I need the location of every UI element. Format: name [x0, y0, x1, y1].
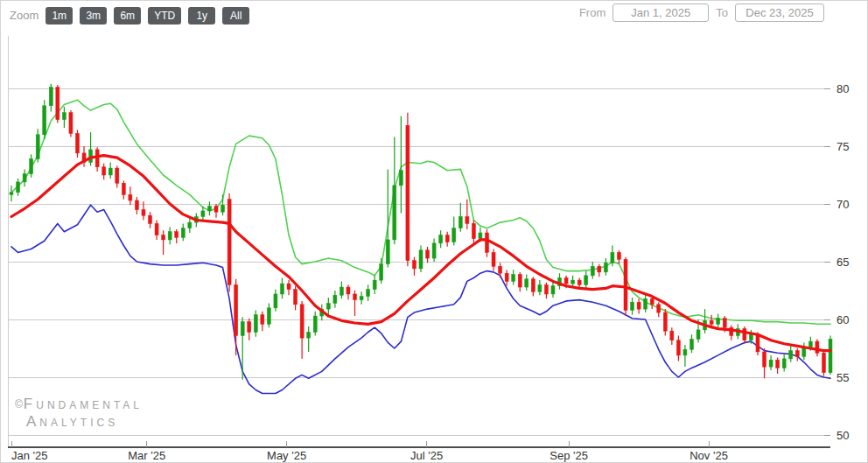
- candle-up: [207, 207, 211, 211]
- candle-up: [23, 174, 26, 182]
- candle-up: [89, 150, 93, 163]
- candle-down: [294, 290, 298, 305]
- stock-chart-window: Zoom 1m3m6mYTD1yAll From To 505560657075…: [0, 0, 868, 463]
- candle-up: [221, 205, 225, 212]
- candle-down: [412, 261, 416, 269]
- candle-down: [763, 352, 766, 367]
- candle-down: [795, 351, 799, 357]
- candle-down: [723, 319, 726, 328]
- candle-up: [43, 106, 46, 135]
- x-axis-label: May '25: [267, 449, 306, 462]
- candle-up: [307, 333, 311, 339]
- candle-up: [644, 298, 648, 309]
- candle-down: [116, 168, 119, 183]
- candle-down: [466, 217, 469, 224]
- candle-down: [426, 250, 430, 258]
- candle-down: [743, 329, 746, 340]
- candle-down: [617, 252, 620, 259]
- candle-down: [155, 223, 158, 235]
- zoom-button-1y[interactable]: 1y: [188, 7, 215, 25]
- candle-down: [287, 284, 290, 290]
- candle-up: [458, 217, 462, 228]
- candle-down: [485, 233, 488, 252]
- candle-down: [564, 277, 568, 284]
- candle-down: [670, 331, 674, 340]
- to-date-input[interactable]: [735, 4, 824, 22]
- x-axis-label: Nov '25: [690, 449, 728, 462]
- zoom-button-ytd[interactable]: YTD: [148, 7, 181, 25]
- candle-up: [326, 304, 330, 310]
- from-label: From: [579, 6, 606, 19]
- zoom-button-1m[interactable]: 1m: [46, 7, 73, 25]
- candle-up: [829, 339, 832, 372]
- candle-up: [168, 232, 172, 240]
- candle-down: [822, 353, 825, 372]
- candle-up: [690, 339, 693, 349]
- candle-down: [657, 305, 661, 312]
- candle-up: [17, 182, 20, 193]
- x-axis-label: Mar '25: [128, 449, 165, 462]
- copyright-icon: ©: [15, 396, 24, 413]
- candle-down: [261, 315, 264, 325]
- candle-down: [122, 183, 125, 194]
- candle-down: [214, 207, 218, 213]
- candle-up: [10, 193, 13, 195]
- candle-up: [782, 359, 786, 368]
- candle-up: [611, 252, 614, 263]
- candle-up: [584, 276, 588, 285]
- candle-down: [531, 279, 535, 292]
- candle-up: [313, 316, 317, 332]
- zoom-button-6m[interactable]: 6m: [114, 7, 141, 25]
- candle-down: [624, 259, 627, 310]
- candle-up: [696, 330, 700, 340]
- from-date-input[interactable]: [612, 4, 709, 22]
- candle-up: [717, 319, 720, 325]
- candle-down: [129, 194, 132, 200]
- candle-up: [201, 211, 205, 217]
- candle-up: [419, 250, 423, 269]
- candle-up: [36, 135, 39, 159]
- candle-down: [544, 284, 548, 294]
- candle-up: [274, 294, 277, 308]
- watermark: © Fundamental Analytics: [15, 396, 143, 431]
- candle-down: [300, 305, 304, 338]
- zoom-button-all[interactable]: All: [222, 7, 249, 25]
- candle-up: [254, 315, 257, 333]
- candle-up: [591, 266, 594, 276]
- x-axis-label: Jul '25: [410, 449, 443, 462]
- candle-down: [776, 360, 780, 368]
- candle-down: [69, 113, 73, 134]
- candle-down: [492, 252, 495, 266]
- candle-up: [769, 360, 773, 367]
- candle-down: [445, 235, 449, 242]
- candle-up: [267, 308, 270, 324]
- candle-down: [499, 266, 502, 273]
- candle-down: [637, 302, 640, 309]
- candle-up: [49, 88, 52, 106]
- candle-up: [538, 284, 542, 291]
- y-axis-label: 50: [836, 429, 849, 442]
- candle-up: [108, 168, 112, 175]
- candle-up: [631, 302, 634, 310]
- candle-down: [149, 215, 152, 223]
- candle-up: [789, 351, 793, 359]
- candle-down: [598, 266, 601, 272]
- candle-up: [30, 159, 33, 174]
- y-axis-label: 65: [836, 256, 849, 269]
- zoom-button-3m[interactable]: 3m: [80, 7, 107, 25]
- candle-up: [432, 243, 436, 258]
- candle-up: [333, 295, 337, 303]
- candle-down: [710, 320, 713, 324]
- candle-down: [406, 125, 410, 260]
- candlestick-chart-pane[interactable]: 50556065707580Jan '25Mar '25May '25Jul '…: [1, 1, 868, 463]
- candle-down: [816, 341, 819, 353]
- candle-down: [56, 88, 60, 120]
- candle-up: [188, 222, 192, 228]
- candle-up: [749, 334, 752, 340]
- y-axis-label: 75: [836, 140, 849, 153]
- x-axis-label: Sep '25: [550, 449, 588, 462]
- candle-up: [181, 228, 185, 238]
- candle-down: [95, 150, 99, 167]
- candle-up: [360, 297, 363, 300]
- candle-down: [472, 223, 475, 238]
